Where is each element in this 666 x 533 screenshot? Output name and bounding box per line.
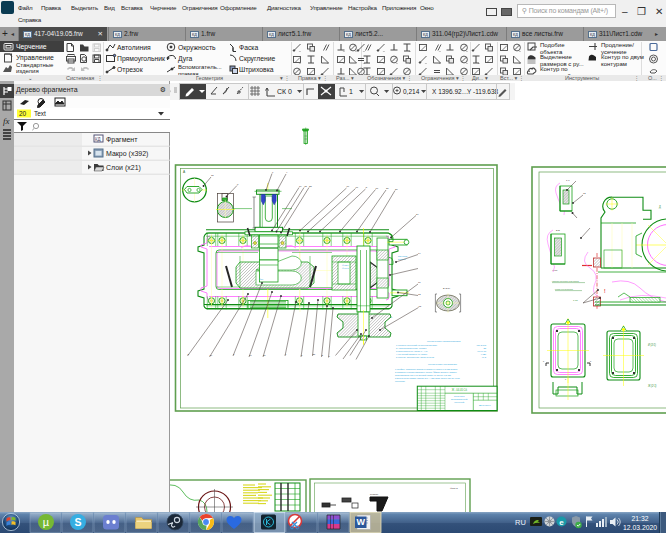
svg-text:40/90 об: 40/90 об (477, 350, 487, 352)
svg-text:А: А (183, 170, 186, 174)
svg-text:Б-Б: Б-Б (556, 229, 560, 232)
svg-text:S: S (74, 516, 81, 528)
svg-text:~ 4 кВт: ~ 4 кВт (479, 353, 487, 355)
svg-text:√Ra6,3: √Ra6,3 (450, 487, 458, 490)
svg-text:11: 11 (418, 281, 421, 284)
svg-text:∅42k6: ∅42k6 (342, 264, 349, 266)
svg-text:4 Крутящий момент не более: 4 Крутящий момент не более (396, 353, 428, 355)
svg-text:корпус редуктора: корпус редуктора (555, 288, 574, 290)
svg-text:Г: Г (565, 378, 567, 381)
svg-text:ДМ 5.05.69: ДМ 5.05.69 (479, 404, 491, 406)
svg-text:С: С (366, 186, 368, 189)
svg-text:21:32: 21:32 (631, 515, 648, 522)
svg-text:1: 1 (349, 88, 353, 95)
svg-text:12: 12 (583, 192, 586, 195)
svg-text:нижняя крышка редуктора: нижняя крышка редуктора (552, 280, 580, 282)
svg-text:13: 13 (419, 305, 422, 308)
svg-text:12.03.2020: 12.03.2020 (623, 524, 657, 531)
svg-text:1-1: 1-1 (566, 179, 570, 182)
svg-text:6: 6 (329, 355, 331, 358)
svg-text:И (2:1): И (2:1) (648, 343, 656, 347)
svg-text:26: 26 (263, 354, 266, 357)
svg-text:4Б: 4Б (304, 185, 307, 188)
svg-text:10: 10 (249, 354, 252, 357)
svg-text:24: 24 (416, 213, 419, 216)
svg-text:0,214: 0,214 (403, 88, 420, 95)
svg-text:20: 20 (395, 188, 398, 191)
svg-text:10: 10 (210, 354, 213, 357)
svg-text:Слои (х21): Слои (х21) (106, 164, 141, 172)
svg-text:Фрагмент: Фрагмент (106, 136, 138, 144)
svg-text:14: 14 (418, 252, 421, 255)
svg-text:Г: Г (543, 360, 545, 362)
svg-text:17: 17 (356, 186, 359, 189)
svg-text:16: 16 (347, 185, 350, 188)
svg-text:19: 19 (299, 185, 302, 188)
svg-text:позиция: позиция (370, 493, 379, 495)
svg-text:~25: ~25 (482, 347, 487, 349)
svg-text:X 1396.92…: X 1396.92… (432, 88, 468, 95)
svg-text:2 Размеры обеспечиваемые инстр: 2 Размеры обеспечиваемые инстр. №205 Осе… (395, 371, 457, 373)
svg-text:∅40H7: ∅40H7 (342, 267, 350, 269)
svg-text:µ: µ (43, 516, 50, 528)
svg-text:9: 9 (285, 353, 287, 356)
svg-text:~40,2: ~40,2 (480, 356, 487, 359)
svg-text:205 ГОСТ: 205 ГОСТ (398, 255, 408, 257)
svg-text:18: 18 (376, 187, 379, 190)
svg-text:СК 0: СК 0 (277, 88, 292, 95)
svg-text:КД: КД (95, 137, 101, 142)
svg-text:1: 1 (233, 353, 235, 356)
svg-text:W: W (356, 517, 365, 527)
svg-text:Д: Д (659, 205, 661, 209)
svg-text:fx: fx (3, 116, 10, 126)
svg-text:e: e (559, 518, 564, 527)
svg-text:1 об: 1 об (573, 299, 578, 302)
svg-text:3 В редуктор залить масло И-Г-: 3 В редуктор залить масло И-Г-А-32 ГОСТ … (395, 377, 460, 379)
svg-text:15: 15 (211, 174, 214, 177)
svg-text:12: 12 (418, 293, 421, 296)
svg-text:25: 25 (313, 353, 316, 356)
svg-text:контроля.: контроля. (395, 380, 406, 382)
svg-text:Y -119.638: Y -119.638 (467, 88, 499, 95)
svg-text:4: 4 (286, 171, 288, 174)
svg-text:5: 5 (301, 354, 303, 357)
svg-text:2: 2 (322, 354, 324, 357)
svg-text:Макро (х392): Макро (х392) (106, 150, 148, 158)
svg-text:соосный: соосный (454, 401, 464, 404)
svg-text:RU: RU (515, 518, 526, 527)
svg-text:Б (5:1): Б (5:1) (443, 287, 450, 290)
svg-text:8: 8 (237, 183, 239, 186)
svg-text:4 отб: 4 отб (552, 269, 558, 271)
svg-text:Технические требования: Технические требования (428, 363, 457, 366)
svg-text:!: ! (604, 289, 606, 294)
svg-text:Ж - 04.05 Сб: Ж - 04.05 Сб (452, 388, 468, 392)
svg-text:1 Момент крутящий на выходном: 1 Момент крутящий на выходном валу (396, 344, 438, 346)
svg-text:Text: Text (34, 110, 46, 117)
svg-text:Г: Г (590, 360, 592, 362)
svg-text:20: 20 (19, 110, 27, 117)
svg-text:21: 21 (386, 187, 389, 190)
svg-text:Ж (2:1): Ж (2:1) (647, 384, 657, 388)
svg-text:5 Модуль зацепления число зубь: 5 Модуль зацепления число зубьев (396, 356, 435, 358)
svg-text:7: 7 (272, 171, 274, 174)
svg-text:23: 23 (309, 185, 312, 188)
